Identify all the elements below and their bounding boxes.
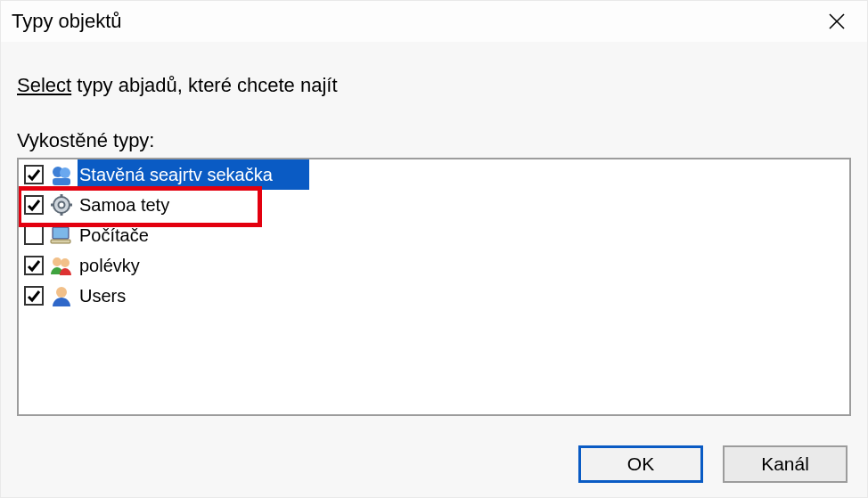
users-icon <box>49 253 74 278</box>
svg-point-6 <box>59 202 65 208</box>
list-item[interactable]: polévky <box>19 250 849 281</box>
object-types-listbox[interactable]: Stavěná seajrtv sekačkaSamoa tetyPočítač… <box>17 158 851 416</box>
checkbox[interactable] <box>24 195 44 215</box>
cancel-button[interactable]: Kanál <box>723 445 848 483</box>
list-item-label: polévky <box>78 250 147 281</box>
computer-icon <box>49 223 74 248</box>
list-item-label: Počítače <box>78 220 156 250</box>
svg-point-14 <box>61 258 70 267</box>
checkbox[interactable] <box>24 286 44 306</box>
list-item-label: Stavěná seajrtv sekačka <box>78 159 309 190</box>
list-item-label: Users <box>78 281 133 311</box>
close-icon <box>828 12 846 30</box>
svg-point-13 <box>53 257 61 266</box>
svg-point-15 <box>56 287 67 298</box>
list-item[interactable]: Users <box>19 281 849 311</box>
single-user-icon <box>49 283 74 308</box>
svg-point-3 <box>60 167 70 178</box>
dialog-title: Typy objektů <box>12 10 122 33</box>
gear-icon <box>49 192 74 217</box>
list-label: Vykostěné typy: <box>17 129 851 152</box>
list-item[interactable]: Počítače <box>19 220 849 250</box>
checkbox[interactable] <box>24 256 44 275</box>
dialog-buttons: OK Kanál <box>578 445 848 483</box>
svg-rect-12 <box>51 240 70 243</box>
svg-rect-11 <box>53 227 69 239</box>
titlebar: Typy objektů <box>1 1 867 42</box>
list-item[interactable]: Stavěná seajrtv sekačka <box>19 159 849 190</box>
list-item[interactable]: Samoa tety <box>19 190 849 220</box>
svg-rect-4 <box>53 178 70 185</box>
list-item-label: Samoa tety <box>78 190 176 220</box>
prompt-rest: typy abjadů, které chcete najít <box>71 74 337 96</box>
checkbox[interactable] <box>24 225 44 245</box>
dialog-window: Typy objektů Select typy abjadů, které c… <box>0 0 868 498</box>
ok-button[interactable]: OK <box>578 445 703 483</box>
prompt-emph: Select <box>17 74 71 96</box>
group-head-icon <box>49 162 74 187</box>
prompt-text: Select typy abjadů, které chcete najít <box>17 74 851 97</box>
checkbox[interactable] <box>24 165 44 184</box>
close-button[interactable] <box>819 4 855 39</box>
